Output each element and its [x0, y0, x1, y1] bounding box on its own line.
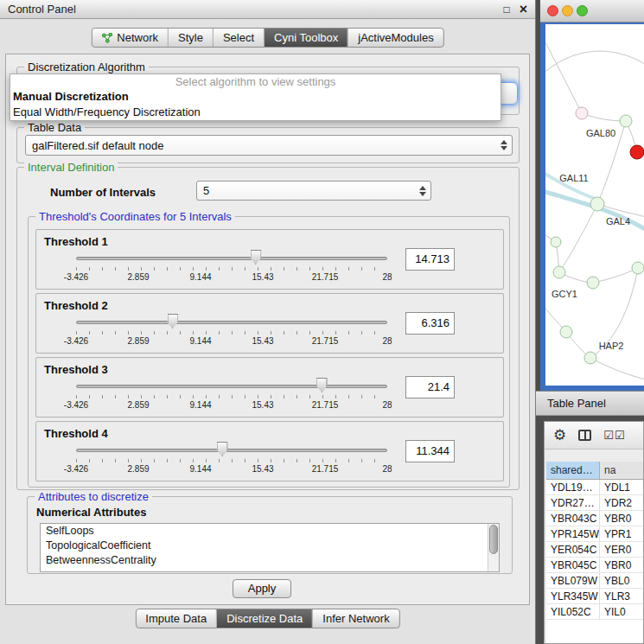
threshold-2-value-field[interactable]: 6.316: [405, 312, 455, 335]
cell-shared-name: YBR043C: [546, 511, 600, 526]
numerical-attributes-list: SelfLoops TopologicalCoefficient Between…: [40, 523, 500, 572]
node-label-gal80: GAL80: [586, 128, 615, 138]
tab-infer-network-label: Infer Network: [322, 612, 389, 625]
slider-track[interactable]: [76, 449, 387, 452]
cell-shared-name: YDR27…: [546, 495, 600, 510]
thresholds-group: Threshold's Coordinates for 5 Intervals …: [28, 216, 510, 488]
minimize-traffic-light-icon[interactable]: [562, 5, 573, 16]
apply-button[interactable]: Apply: [233, 579, 291, 598]
table-panel-header[interactable]: Table Panel: [536, 391, 644, 416]
threshold-1-value-field[interactable]: 14.713: [405, 248, 455, 271]
threshold-1-slider[interactable]: -3.426 2.859 9.144 15.43 21.715 28: [76, 250, 387, 286]
table-row[interactable]: YIL052CYIL0: [546, 604, 643, 620]
network-node[interactable]: [632, 262, 644, 274]
zoom-traffic-light-icon[interactable]: [577, 5, 588, 16]
slider-track[interactable]: [76, 321, 387, 324]
tick-label: 15.43: [252, 272, 273, 282]
table-row[interactable]: YER054CYER0: [546, 542, 643, 558]
columns-icon[interactable]: [578, 430, 591, 441]
tab-impute-data[interactable]: Impute Data: [136, 609, 216, 628]
control-panel-titlebar: Control Panel □ ×: [0, 0, 535, 19]
threshold-4-value-field[interactable]: 11.344: [405, 440, 455, 462]
tab-jactivemodules[interactable]: jActiveModules: [348, 29, 443, 47]
tab-select[interactable]: Select: [213, 29, 264, 47]
list-scrollbar[interactable]: [488, 524, 499, 571]
threshold-3-slider[interactable]: -3.426 2.859 9.144 15.43 21.715 28: [76, 378, 387, 414]
cell-name: YBL0: [600, 573, 643, 588]
number-of-intervals-label: Number of Intervals: [50, 186, 156, 199]
dropdown-item-manual-discretization[interactable]: Manual Discretization: [10, 89, 501, 105]
network-node[interactable]: [560, 326, 572, 338]
interval-definition-group: Interval Definition Number of Intervals …: [16, 167, 520, 490]
interval-definition-group-title: Interval Definition: [24, 161, 118, 174]
table-data-combo[interactable]: galFiltered.sif default node: [25, 135, 513, 156]
network-node-pink[interactable]: [576, 107, 588, 119]
network-canvas[interactable]: GAL80 GAL11 GAL4 GCY1 HAP2: [545, 24, 644, 386]
network-node[interactable]: [587, 277, 599, 289]
attributes-group: Attributes to discretize Numerical Attri…: [27, 496, 513, 574]
column-header-name[interactable]: na: [600, 462, 643, 479]
tick-label: 9.144: [189, 400, 211, 410]
threshold-2-panel: Threshold 2 -3.426 2.859 9.144 15.43 21.…: [35, 293, 504, 354]
network-node-labels: GAL80 GAL11 GAL4 GCY1 HAP2: [552, 128, 630, 351]
cell-shared-name: YLR345W: [546, 589, 600, 603]
table-row[interactable]: YPR145WYPR1: [546, 526, 643, 542]
dropdown-placeholder-item[interactable]: Select algorithm to view settings: [10, 74, 501, 89]
gear-icon[interactable]: ⚙: [553, 428, 566, 443]
network-node[interactable]: [590, 197, 604, 211]
network-graph[interactable]: GAL80 GAL11 GAL4 GCY1 HAP2: [545, 24, 644, 386]
node-label-gal4: GAL4: [606, 216, 630, 226]
tab-infer-network[interactable]: Infer Network: [312, 609, 399, 628]
dropdown-item-equal-width[interactable]: Equal Width/Frequency Discretization: [10, 105, 501, 120]
slider-ticks: [76, 331, 387, 335]
network-node[interactable]: [551, 237, 561, 247]
algorithm-dropdown-list: Select algorithm to view settings Manual…: [10, 73, 501, 121]
threshold-1-label: Threshold 1: [44, 235, 108, 248]
tab-discretize-data-label: Discretize Data: [226, 612, 303, 625]
cell-shared-name: YPR145W: [546, 526, 600, 541]
network-node[interactable]: [620, 115, 632, 127]
discretization-algorithm-group-title: Discretization Algorithm: [24, 61, 149, 73]
network-node-red-selected[interactable]: [630, 145, 644, 159]
network-node[interactable]: [553, 266, 565, 278]
table-row[interactable]: YBR043CYBR0: [546, 511, 643, 526]
tab-style[interactable]: Style: [168, 29, 213, 47]
slider-thumb[interactable]: [316, 378, 328, 392]
tick-label: 2.859: [127, 400, 149, 410]
close-traffic-light-icon[interactable]: [547, 5, 558, 16]
table-row[interactable]: YDR27…YDR2: [546, 495, 643, 511]
slider-thumb[interactable]: [250, 250, 261, 265]
thresholds-group-title: Threshold's Coordinates for 5 Intervals: [35, 210, 235, 223]
network-view-window: GAL80 GAL11 GAL4 GCY1 HAP2: [540, 0, 644, 391]
number-of-intervals-value: 5: [203, 184, 209, 197]
table-data-group-title: Table Data: [24, 121, 85, 134]
list-item-topologicalcoefficient[interactable]: TopologicalCoefficient: [41, 539, 499, 553]
table-row[interactable]: YDL19…YDL1: [546, 480, 643, 495]
list-item-selfloops[interactable]: SelfLoops: [41, 524, 499, 539]
threshold-3-value-field[interactable]: 21.4: [405, 376, 455, 399]
threshold-4-slider[interactable]: -3.426 2.859 9.144 15.43 21.715 28: [76, 442, 387, 478]
tab-network-label: Network: [117, 31, 158, 44]
network-nodes[interactable]: [551, 107, 644, 364]
tab-discretize-data[interactable]: Discretize Data: [216, 609, 312, 628]
slider-thumb[interactable]: [167, 314, 178, 328]
table-row[interactable]: YLR345WYLR3: [546, 589, 643, 604]
scrollbar-thumb[interactable]: [489, 525, 498, 554]
close-icon[interactable]: ×: [520, 3, 527, 16]
network-node[interactable]: [584, 352, 596, 364]
slider-track[interactable]: [76, 257, 387, 260]
tick-label: -3.426: [64, 272, 88, 282]
tab-cyni-toolbox[interactable]: Cyni Toolbox: [264, 29, 348, 47]
threshold-3-label: Threshold 3: [44, 363, 108, 376]
table-row[interactable]: YBL079WYBL0: [546, 573, 643, 589]
slider-track[interactable]: [76, 385, 387, 388]
tab-network[interactable]: Network: [92, 29, 168, 47]
column-header-shared-name[interactable]: shared…: [546, 462, 600, 479]
float-window-icon[interactable]: □: [503, 4, 509, 15]
slider-thumb[interactable]: [217, 442, 228, 456]
table-row[interactable]: YBR045CYBR0: [546, 558, 643, 573]
threshold-2-slider[interactable]: -3.426 2.859 9.144 15.43 21.715 28: [76, 314, 387, 350]
list-item-betweennesscentrality[interactable]: BetweennessCentrality: [41, 553, 499, 568]
select-columns-checkbox-icon[interactable]: ☑☑: [603, 429, 625, 442]
number-of-intervals-spinner[interactable]: 5: [196, 181, 431, 201]
